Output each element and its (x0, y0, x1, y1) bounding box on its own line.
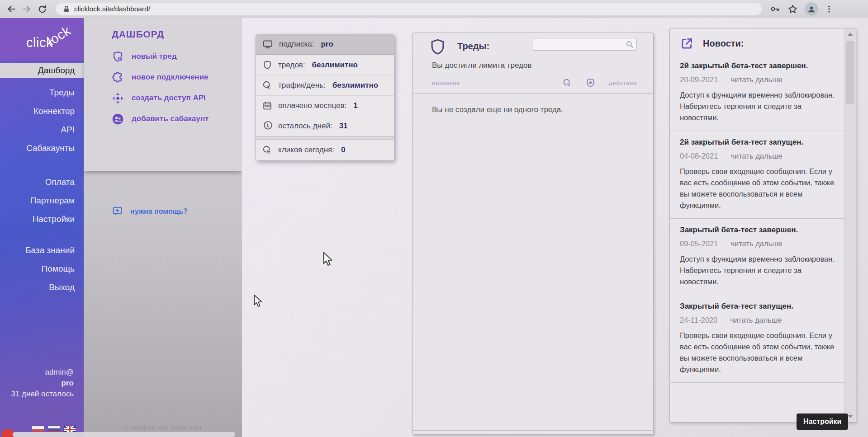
cursor-click-icon (563, 78, 572, 88)
scroll-down-arrow-icon[interactable] (848, 415, 853, 418)
sidebar-item-subaccounts[interactable]: Сабакаунты (0, 139, 84, 157)
news-panel: Новости: 2й закрытый бета-тест завершен.… (669, 28, 856, 423)
address-bar[interactable]: clicklock.site/dashboard/ (56, 3, 762, 15)
reload-button[interactable] (34, 1, 50, 17)
forward-arrow-icon (21, 4, 32, 14)
news-item-body: Доступ к функциям временно заблокирован.… (680, 254, 835, 287)
sidebar-item-dashboard[interactable]: Дашборд (0, 63, 84, 78)
new-thread-label: новый тред (132, 52, 177, 61)
player-progress-bar[interactable] (13, 432, 235, 437)
read-more-link[interactable]: читать дальше (730, 75, 782, 84)
news-item: Закрытый бета-тест завершен. 09-05-2021 … (670, 219, 844, 295)
create-api-access-label: создать доступ API (132, 94, 206, 103)
logo-block[interactable]: clicklock (0, 18, 84, 60)
cursor-click-icon (262, 80, 272, 90)
sidebar-item-threads[interactable]: Треды (0, 83, 84, 102)
days-left-row: осталось дней: 31 (256, 116, 394, 136)
need-help-link[interactable]: нужна помощь? (112, 206, 188, 217)
external-link-icon (680, 37, 694, 51)
settings-tooltip[interactable]: Настройки (797, 414, 848, 430)
news-item: 2й закрытый бета-тест запущен. 04-08-202… (670, 131, 844, 219)
quick-actions: новый тред новое подключение создать дос… (112, 46, 242, 129)
sidebar-item-payment[interactable]: Оплата (0, 173, 84, 191)
need-help-label: нужна помощь? (130, 207, 188, 216)
news-item-body: Проверь свои входящие сообщения. Если у … (680, 330, 835, 375)
read-more-link[interactable]: читать дальше (730, 240, 782, 248)
row-value: безлимитно (312, 61, 357, 70)
read-more-link[interactable]: читать дальше (730, 316, 782, 324)
add-subaccount-label: добавить сабакаунт (132, 114, 209, 123)
user-info: admin@ pro 31 дней осталось (11, 367, 74, 399)
shield-star-icon (586, 78, 595, 88)
sidebar-item-settings[interactable]: Настройки (0, 210, 84, 228)
forward-button[interactable] (19, 1, 34, 17)
new-thread-button[interactable]: новый тред (112, 46, 242, 67)
move-arrows-icon (112, 92, 124, 104)
profile-avatar[interactable] (805, 2, 818, 16)
shield-icon (262, 60, 272, 70)
search-icon[interactable] (625, 40, 634, 49)
sidebar-item-logout[interactable]: Выход (0, 278, 84, 296)
user-days-left: 31 дней осталось (11, 389, 74, 399)
threads-table-body: Вы не создали еще ни одного треда. (413, 93, 653, 431)
sidebar-item-help[interactable]: Помощь (0, 259, 84, 278)
threads-search-input[interactable] (533, 38, 637, 51)
read-more-link[interactable]: читать дальше (730, 152, 782, 160)
toolbar-right-icons (770, 2, 834, 16)
cursor-click-icon (262, 145, 272, 155)
sidebar-item-connector[interactable]: Коннектор (0, 102, 84, 120)
news-item-date: 20-09-2021 (680, 75, 718, 84)
user-email: admin@ (11, 367, 74, 378)
news-item-meta: 20-09-2021 читать дальше (680, 75, 835, 84)
news-item-body: Проверь свои входящие сообщения. Если у … (680, 166, 835, 211)
bookmark-star-icon[interactable] (787, 4, 798, 15)
scrollbar-thumb[interactable] (846, 41, 854, 104)
scroll-up-arrow-icon[interactable] (848, 33, 853, 36)
back-button[interactable] (4, 1, 19, 17)
add-subaccount-button[interactable]: добавить сабакаунт (112, 108, 242, 129)
news-header: Новости: (680, 37, 744, 51)
row-value: 1 (353, 101, 357, 110)
copyright-text: © clicklock.site 2020-2021 (84, 424, 242, 432)
column-name: название (432, 80, 460, 86)
news-item: Закрытый бета-тест запущен. 24-11-2020 ч… (670, 295, 844, 383)
menu-kebab-icon[interactable] (825, 4, 834, 14)
row-label: оплачено месяцев: (278, 101, 346, 110)
clock-icon (262, 121, 272, 131)
clicklock-logo: clicklock (26, 35, 77, 50)
threads-limit-row: тредов: безлимитно (256, 55, 394, 75)
key-icon[interactable] (770, 4, 781, 14)
news-item-title: 2й закрытый бета-тест завершен. (680, 61, 835, 70)
person-icon (806, 4, 816, 14)
news-list: 2й закрытый бета-тест завершен. 20-09-20… (670, 55, 844, 422)
sidebar-item-partners[interactable]: Партнерам (0, 191, 84, 210)
new-connection-button[interactable]: новое подключение (112, 67, 242, 88)
nav-spacer (0, 157, 84, 173)
threads-panel: Треды: Вы достигли лимита тредов названи… (413, 33, 654, 435)
create-api-access-button[interactable]: создать доступ API (112, 88, 242, 108)
subscription-value: pro (321, 40, 333, 49)
news-item-date: 24-11-2020 (680, 316, 717, 324)
row-value: 31 (339, 122, 348, 131)
sidebar-item-knowledge-base[interactable]: База знаний (0, 241, 84, 259)
news-scrollbar[interactable] (844, 28, 856, 422)
monitor-icon (262, 39, 273, 50)
user-plan: pro (11, 378, 74, 389)
news-item-meta: 04-08-2021 читать дальше (680, 152, 835, 160)
sidebar: clicklock Дашборд Треды Коннектор API Са… (0, 18, 84, 437)
sidebar-item-api[interactable]: API (0, 120, 84, 139)
threads-empty-message: Вы не создали еще ни одного треда. (413, 94, 653, 114)
clicks-today-row: кликов сегодня: 0 (256, 140, 394, 160)
lock-icon (63, 5, 70, 13)
threads-header-icons: действия (563, 78, 637, 88)
news-title: Новости: (703, 38, 744, 49)
main-content: подписка: pro тредов: безлимитно трафик/… (242, 18, 868, 437)
new-connection-label: новое подключение (132, 73, 209, 82)
row-label: трафик/день: (278, 81, 326, 90)
news-item-meta: 24-11-2020 читать дальше (680, 316, 835, 324)
news-item-date: 09-05-2021 (680, 240, 718, 248)
subaccount-icon (112, 113, 124, 125)
url-text: clicklock.site/dashboard/ (74, 5, 150, 13)
back-arrow-icon (6, 4, 17, 14)
thread-limit-message: Вы достигли лимита тредов (432, 61, 532, 70)
